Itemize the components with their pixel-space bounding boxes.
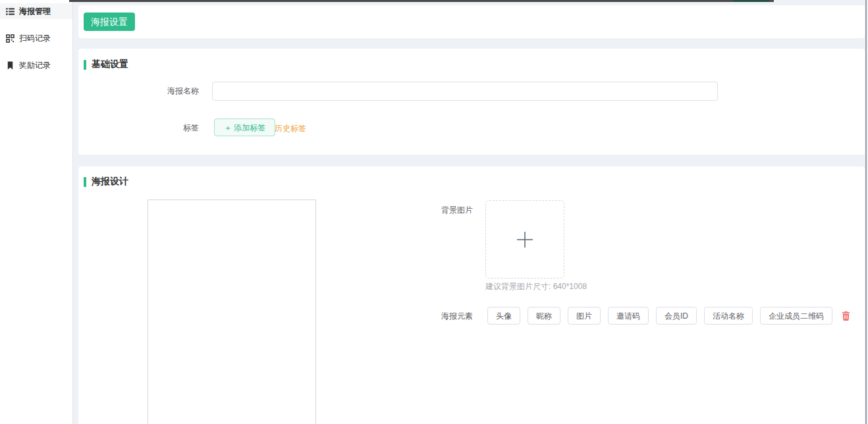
element-button-enterprise-qr[interactable]: 企业成员二维码 (760, 307, 832, 325)
trash-icon (841, 311, 851, 321)
add-tag-button[interactable]: ＋ 添加标签 (214, 119, 275, 136)
section-accent-bar (84, 177, 86, 187)
window-right-edge (865, 0, 867, 424)
tags-label: 标签 (78, 119, 199, 137)
element-button-image[interactable]: 图片 (568, 307, 601, 325)
poster-design-card: 海报设计 背景图片 建议背景图片尺寸: 640*1008 海报元素 头像 昵称 … (78, 167, 865, 424)
toolbar-card: 海报设置 (78, 5, 865, 38)
poster-elements-row: 头像 昵称 图片 邀请码 会员ID 活动名称 企业成员二维码 (487, 307, 851, 325)
qr-code-icon (6, 34, 14, 43)
section-accent-bar (84, 60, 86, 70)
poster-settings-button[interactable]: 海报设置 (84, 13, 135, 31)
delete-element-button[interactable] (841, 311, 851, 321)
basic-settings-card: 基础设置 海报名称 标签 ＋ 添加标签 历史标签 (78, 49, 865, 155)
history-tags-link[interactable]: 历史标签 (275, 123, 306, 134)
sidebar-item-label: 海报管理 (19, 6, 51, 17)
bookmark-icon (6, 61, 14, 70)
basic-settings-title: 基础设置 (84, 59, 128, 70)
element-button-member-id[interactable]: 会员ID (656, 307, 697, 325)
poster-design-title: 海报设计 (84, 176, 128, 188)
window-edge-strip (69, 0, 774, 2)
window-edge-strip-accent (733, 0, 769, 2)
list-icon (6, 7, 14, 16)
sidebar: 海报管理 扫码记录 奖励记录 (0, 0, 73, 424)
poster-name-label: 海报名称 (78, 82, 199, 100)
poster-name-input[interactable] (212, 82, 718, 101)
sidebar-item-scan-records[interactable]: 扫码记录 (0, 30, 72, 46)
element-button-nickname[interactable]: 昵称 (528, 307, 560, 325)
sidebar-item-reward-records[interactable]: 奖励记录 (0, 57, 72, 73)
poster-preview-canvas[interactable] (148, 199, 316, 424)
element-button-invite-code[interactable]: 邀请码 (608, 307, 649, 325)
poster-elements-label: 海报元素 (371, 311, 473, 322)
background-image-upload[interactable] (485, 200, 564, 278)
element-button-avatar[interactable]: 头像 (487, 307, 520, 325)
plus-icon (515, 230, 535, 250)
element-button-activity-name[interactable]: 活动名称 (704, 307, 753, 325)
upload-size-hint: 建议背景图片尺寸: 640*1008 (485, 281, 587, 292)
sidebar-item-poster-management[interactable]: 海报管理 (0, 3, 72, 19)
sidebar-item-label: 扫码记录 (19, 33, 51, 44)
sidebar-item-label: 奖励记录 (19, 60, 51, 71)
background-image-label: 背景图片 (371, 205, 473, 216)
